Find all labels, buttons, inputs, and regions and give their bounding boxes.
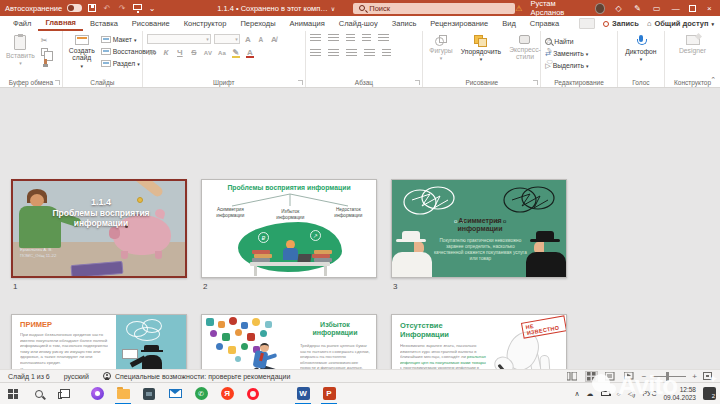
shrink-font-icon[interactable]: А <box>256 36 266 43</box>
redo-icon[interactable]: ↷ <box>117 3 127 13</box>
drawing-dialog-launcher-icon[interactable] <box>533 80 538 85</box>
document-title[interactable]: 1.1.4 • Сохранено в этот комп… <box>217 4 328 13</box>
assistant-app-button[interactable] <box>84 383 110 404</box>
dark-app-button[interactable] <box>136 383 162 404</box>
share-button[interactable]: ⌂Общий доступ▾ <box>647 19 714 28</box>
underline-icon[interactable]: Ч <box>175 48 185 57</box>
search-input[interactable]: Поиск <box>353 3 515 14</box>
tab-animations[interactable]: Анимация <box>283 17 332 30</box>
find-button[interactable]: Найти <box>545 36 588 47</box>
line-spacing-icon[interactable] <box>378 34 389 43</box>
undo-icon[interactable]: ↶ <box>102 3 112 13</box>
save-icon[interactable] <box>87 3 97 13</box>
keyboard-language[interactable]: РУС <box>642 390 656 397</box>
grow-font-icon[interactable]: А <box>243 35 253 44</box>
select-button[interactable]: ▷Выделить▾ <box>545 60 588 71</box>
notifications-button[interactable]: 2 <box>703 387 716 400</box>
align-right-icon[interactable] <box>346 49 357 58</box>
yandex-browser-button[interactable]: Я <box>214 383 240 404</box>
copy-icon[interactable] <box>41 48 48 56</box>
tab-record[interactable]: Запись <box>385 17 424 30</box>
font-dialog-launcher-icon[interactable] <box>298 80 303 85</box>
align-center-icon[interactable] <box>328 49 339 58</box>
designer-button[interactable]: Designer <box>677 34 708 75</box>
align-left-icon[interactable] <box>310 49 321 58</box>
arrange-button[interactable]: Упорядочить▾ <box>459 34 503 75</box>
quick-access-more-icon[interactable]: ⌄ <box>147 3 157 13</box>
clipboard-dialog-launcher-icon[interactable] <box>55 80 60 85</box>
slide-counter[interactable]: Слайд 1 из 6 <box>8 373 50 380</box>
accessibility-checker[interactable]: Специальные возможности: проверьте реком… <box>103 372 291 380</box>
zoom-out-button[interactable]: − <box>642 372 647 381</box>
zoom-slider[interactable] <box>652 376 686 377</box>
phone-app-button[interactable]: ✆ <box>188 383 214 404</box>
pen-icon[interactable]: ✎ <box>632 4 643 13</box>
reading-view-button[interactable] <box>604 371 617 382</box>
format-painter-icon[interactable] <box>41 59 49 67</box>
title-chevron-icon[interactable]: ∨ <box>331 5 335 12</box>
volume-icon[interactable]: ◁) <box>628 390 636 398</box>
task-view-button[interactable] <box>52 383 78 404</box>
ribbon-display-options-icon[interactable]: ▭ <box>651 4 662 13</box>
slideshow-view-button[interactable] <box>623 371 636 382</box>
clear-formatting-icon[interactable]: А̸ <box>269 35 279 44</box>
avatar[interactable] <box>595 3 605 14</box>
shapes-button[interactable]: Фигуры▾ <box>427 34 454 75</box>
tab-file[interactable]: Файл <box>6 17 38 30</box>
bullets-icon[interactable] <box>310 34 321 43</box>
minimize-button[interactable]: — <box>670 4 681 13</box>
slide-thumbnail-2[interactable]: Проблемы восприятия информации Асимметри… <box>201 179 377 278</box>
paragraph-dialog-launcher-icon[interactable] <box>415 80 420 85</box>
network-icon[interactable]: ⌔ <box>617 390 621 398</box>
start-button[interactable] <box>0 383 26 404</box>
tab-slideshow[interactable]: Слайд-шоу <box>332 17 385 30</box>
cut-icon[interactable]: ✂ <box>41 36 49 45</box>
tab-transitions[interactable]: Переходы <box>233 17 282 30</box>
autosave-toggle[interactable] <box>67 4 82 12</box>
language-indicator[interactable]: русский <box>64 373 89 380</box>
bold-icon[interactable]: Ж <box>147 48 157 57</box>
user-name[interactable]: Рустам Арсланов <box>531 0 587 17</box>
opera-browser-button[interactable] <box>240 383 266 404</box>
slide-sorter-view-button[interactable] <box>585 371 598 382</box>
dictate-button[interactable]: Диктофон▾ <box>623 34 658 75</box>
justify-icon[interactable] <box>364 49 375 58</box>
paste-button[interactable]: Вставить▾ <box>4 34 37 75</box>
tab-help[interactable]: Справка <box>523 17 566 30</box>
strikethrough-icon[interactable]: S <box>189 48 199 57</box>
decrease-indent-icon[interactable] <box>346 34 355 43</box>
new-slide-button[interactable]: Создать слайд▾ <box>67 34 97 75</box>
powerpoint-app-button[interactable]: P <box>316 383 342 404</box>
italic-icon[interactable]: К <box>161 48 171 57</box>
start-presentation-icon[interactable] <box>132 3 142 13</box>
fit-to-window-icon[interactable] <box>703 372 712 380</box>
tab-insert[interactable]: Вставка <box>83 17 125 30</box>
slide-thumbnail-1[interactable]: 1.1.4 Проблемы восприятия информации Ерм… <box>11 179 187 278</box>
warning-icon[interactable]: ⚠ <box>515 4 522 13</box>
zoom-slider-thumb[interactable] <box>666 372 669 381</box>
collapse-ribbon-icon[interactable]: ⌃ <box>710 76 716 84</box>
replace-button[interactable]: ⇄Заменить▾ <box>545 48 588 59</box>
tab-draw[interactable]: Рисование <box>125 17 177 30</box>
close-button[interactable]: × <box>704 4 715 13</box>
tab-home[interactable]: Главная <box>38 16 83 31</box>
restore-button[interactable] <box>689 5 696 12</box>
highlight-color-icon[interactable]: ✎ <box>231 48 241 57</box>
mail-app-button[interactable] <box>162 383 188 404</box>
font-color-icon[interactable]: А <box>245 48 255 57</box>
font-size-select[interactable] <box>214 34 240 44</box>
taskbar-search-button[interactable] <box>26 383 52 404</box>
change-case-icon[interactable]: Аа <box>217 50 227 56</box>
onedrive-icon[interactable]: ☁ <box>587 390 594 398</box>
tab-review[interactable]: Рецензирование <box>423 17 495 30</box>
clock[interactable]: 12:5809.04.2023 <box>663 386 696 402</box>
numbering-icon[interactable] <box>328 34 339 43</box>
quick-styles-button[interactable]: Экспресс- стили <box>507 34 543 75</box>
comments-icon[interactable] <box>579 18 595 29</box>
normal-view-button[interactable] <box>566 371 579 382</box>
font-name-select[interactable] <box>147 34 211 44</box>
tab-design[interactable]: Конструктор <box>177 17 234 30</box>
increase-indent-icon[interactable] <box>362 34 371 43</box>
character-spacing-icon[interactable]: АV <box>203 50 213 56</box>
zoom-in-button[interactable]: + <box>692 372 697 381</box>
